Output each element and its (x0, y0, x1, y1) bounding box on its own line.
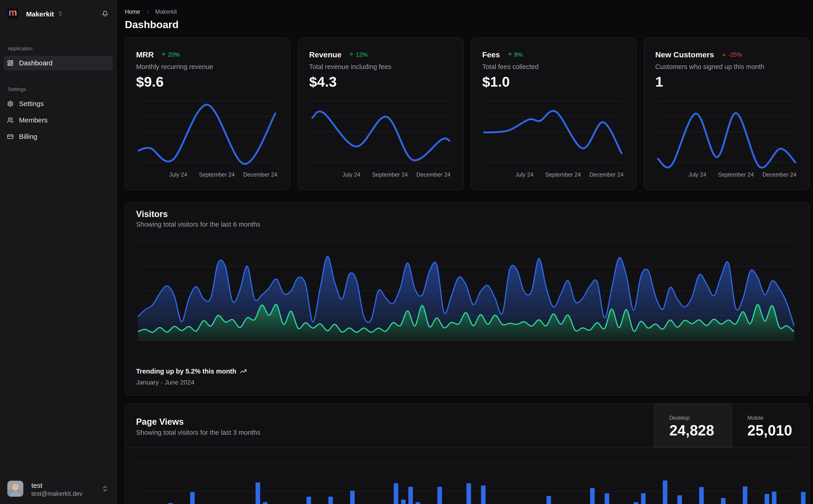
svg-text:December 24: December 24 (589, 172, 624, 178)
svg-text:December 24: December 24 (763, 172, 797, 178)
svg-text:July 24: July 24 (515, 172, 533, 178)
svg-text:July 24: July 24 (342, 172, 360, 178)
svg-text:December 24: December 24 (243, 172, 277, 178)
svg-text:September 24: September 24 (372, 172, 408, 178)
svg-text:July 24: July 24 (169, 172, 187, 178)
svg-text:July 24: July 24 (688, 172, 707, 178)
svg-text:September 24: September 24 (199, 172, 235, 178)
svg-text:September 24: September 24 (545, 172, 581, 178)
svg-text:September 24: September 24 (718, 172, 754, 178)
svg-text:m: m (8, 8, 17, 18)
svg-text:December 24: December 24 (416, 172, 450, 178)
